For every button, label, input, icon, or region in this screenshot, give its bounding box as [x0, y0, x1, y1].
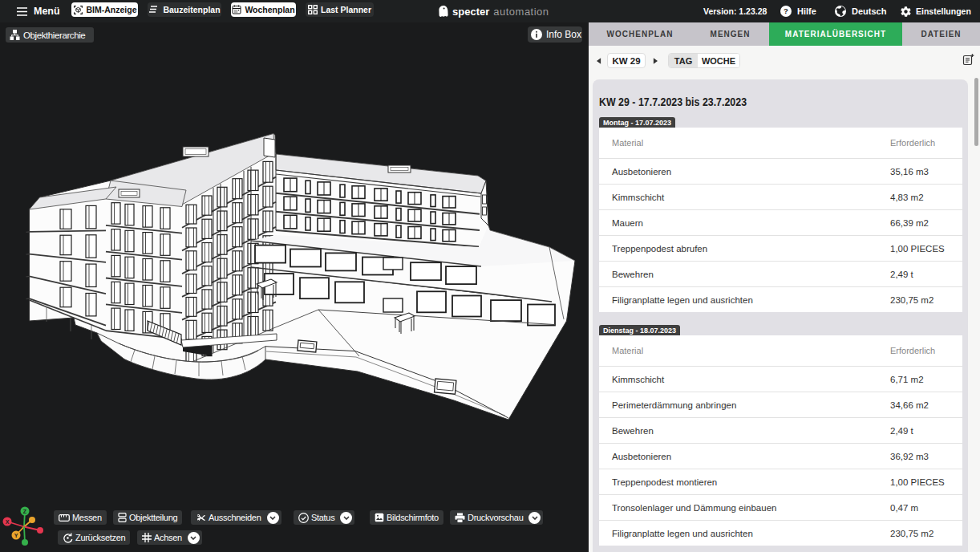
svg-text:Z: Z: [23, 509, 27, 514]
svg-text:?: ?: [784, 6, 788, 15]
svg-text:X: X: [6, 519, 10, 525]
svg-text:Y: Y: [14, 533, 18, 538]
